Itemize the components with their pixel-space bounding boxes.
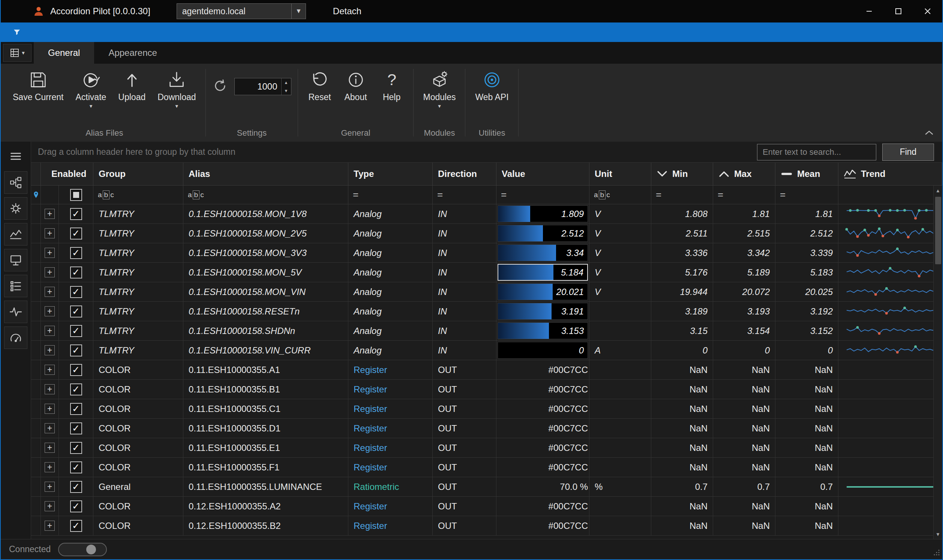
sidebar-item-chart[interactable]	[4, 223, 28, 246]
table-row[interactable]: +✓COLOR0.11.ESH10000355.E1RegisterOUT#00…	[31, 438, 942, 458]
table-row[interactable]: +✓TLMTRY0.1.ESH10000158.MON_2V5AnalogIN2…	[31, 224, 942, 243]
scroll-down-icon[interactable]: ▼	[934, 529, 942, 539]
expand-button[interactable]: +	[45, 501, 55, 511]
column-header-direction[interactable]: Direction	[433, 163, 497, 185]
table-row[interactable]: +✓TLMTRY0.1.ESH10000158.MON_5VAnalogIN5.…	[31, 263, 942, 282]
modules-button[interactable]: Modules ▾	[417, 66, 462, 109]
abc-filter-icon[interactable]: abc	[188, 191, 204, 199]
scroll-up-icon[interactable]: ▲	[934, 186, 942, 195]
expand-button[interactable]: +	[45, 404, 55, 414]
connection-toggle[interactable]	[58, 543, 107, 556]
row-checkbox-checked[interactable]: ✓	[70, 481, 82, 493]
sidebar-item-waveform[interactable]	[4, 301, 28, 323]
table-row[interactable]: +✓COLOR0.12.ESH10000355.A2RegisterOUT#00…	[31, 497, 942, 516]
equals-filter-icon[interactable]: =	[437, 189, 443, 200]
spin-down-icon[interactable]: ▼	[282, 86, 291, 95]
filter-cell-trend[interactable]	[838, 186, 942, 204]
table-row[interactable]: +✓COLOR0.12.ESH10000355.B2RegisterOUT#00…	[31, 516, 942, 535]
reset-button[interactable]: Reset	[302, 66, 338, 102]
upload-button[interactable]: Upload	[112, 66, 151, 102]
column-header-alias[interactable]: Alias	[183, 163, 348, 185]
about-button[interactable]: About	[338, 66, 374, 102]
row-checkbox-checked[interactable]: ✓	[70, 228, 82, 240]
row-checkbox-checked[interactable]: ✓	[70, 364, 82, 376]
save-current-button[interactable]: Save Current	[7, 66, 70, 102]
row-checkbox-checked[interactable]: ✓	[70, 325, 82, 337]
expand-button[interactable]: +	[45, 248, 55, 258]
minimize-button[interactable]	[855, 0, 884, 23]
table-row[interactable]: +✓COLOR0.11.ESH10000355.F1RegisterOUT#00…	[31, 458, 942, 477]
table-row[interactable]: +✓COLOR0.11.ESH10000355.B1RegisterOUT#00…	[31, 380, 942, 399]
filter-cell-alias[interactable]: abc	[183, 186, 348, 204]
row-checkbox-checked[interactable]: ✓	[70, 247, 82, 259]
row-checkbox-checked[interactable]: ✓	[70, 520, 82, 532]
column-header-group[interactable]: Group	[93, 163, 183, 185]
web-api-button[interactable]: Web API	[469, 66, 514, 102]
row-checkbox-checked[interactable]: ✓	[70, 208, 82, 220]
filter-cell-direction[interactable]: =	[433, 186, 497, 204]
row-checkbox-checked[interactable]: ✓	[70, 500, 82, 512]
expand-button[interactable]: +	[45, 267, 55, 277]
column-header-type[interactable]: Type	[348, 163, 433, 185]
tab-general[interactable]: General	[34, 42, 94, 64]
scrollbar-thumb[interactable]	[935, 197, 941, 264]
filter-icon[interactable]	[13, 28, 21, 36]
column-header-min[interactable]: Min	[651, 163, 713, 185]
table-row[interactable]: +✓General0.11.ESH10000355.LUMINANCERatio…	[31, 477, 942, 497]
row-checkbox-checked[interactable]: ✓	[70, 286, 82, 298]
maximize-button[interactable]	[884, 0, 913, 23]
table-row[interactable]: +✓TLMTRY0.1.ESH10000158.VIN_CURRAnalogIN…	[31, 341, 942, 360]
sidebar-item-hierarchy[interactable]	[4, 171, 28, 194]
expand-button[interactable]: +	[45, 345, 55, 355]
table-row[interactable]: +✓TLMTRY0.1.ESH10000158.MON_VINAnalogIN2…	[31, 282, 942, 302]
sidebar-item-menu[interactable]	[4, 147, 28, 166]
close-button[interactable]	[913, 0, 942, 23]
expand-button[interactable]: +	[45, 462, 55, 472]
help-button[interactable]: ? Help	[374, 66, 410, 102]
abc-filter-icon[interactable]: abc	[594, 191, 610, 199]
expand-button[interactable]: +	[45, 306, 55, 316]
collapse-ribbon-button[interactable]	[924, 130, 934, 137]
abc-filter-icon[interactable]: abc	[98, 191, 114, 199]
expand-button[interactable]: +	[45, 482, 55, 492]
column-header-mean[interactable]: Mean	[775, 163, 838, 185]
table-row[interactable]: +✓COLOR0.11.ESH10000355.A1RegisterOUT#00…	[31, 360, 942, 380]
table-row[interactable]: +✓COLOR0.11.ESH10000355.D1RegisterOUT#00…	[31, 419, 942, 438]
spinner-arrows[interactable]: ▲▼	[281, 78, 291, 95]
sidebar-item-list[interactable]	[4, 275, 28, 297]
tab-appearence[interactable]: Appearence	[94, 42, 171, 64]
equals-filter-icon[interactable]: =	[353, 189, 358, 200]
expand-button[interactable]: +	[45, 287, 55, 297]
expand-button[interactable]: +	[45, 423, 55, 433]
group-by-panel[interactable]: Drag a column header here to group by th…	[31, 142, 942, 163]
filter-cell-value[interactable]: =	[497, 186, 589, 204]
table-row[interactable]: +✓COLOR0.11.ESH10000355.C1RegisterOUT#00…	[31, 399, 942, 419]
equals-filter-icon[interactable]: =	[656, 189, 661, 200]
column-header-trend[interactable]: Trend	[838, 163, 942, 185]
column-header-unit[interactable]: Unit	[589, 163, 651, 185]
application-menu-button[interactable]: ▾	[3, 44, 31, 62]
filter-cell-type[interactable]: =	[348, 186, 433, 204]
activate-button[interactable]: Activate ▾	[70, 66, 112, 109]
table-row[interactable]: +✓TLMTRY0.1.ESH10000158.MON_1V8AnalogIN1…	[31, 204, 942, 224]
search-input[interactable]	[757, 144, 876, 160]
expand-button[interactable]: +	[45, 443, 55, 453]
row-checkbox-checked[interactable]: ✓	[70, 403, 82, 415]
row-checkbox-checked[interactable]: ✓	[70, 383, 82, 395]
column-header-value[interactable]: Value	[497, 163, 589, 185]
row-checkbox-checked[interactable]: ✓	[70, 306, 82, 317]
filter-cell-group[interactable]: abc	[93, 186, 183, 204]
equals-filter-icon[interactable]: =	[780, 189, 786, 200]
row-checkbox-checked[interactable]: ✓	[70, 422, 82, 434]
filter-cell-min[interactable]: =	[651, 186, 713, 204]
sidebar-item-gauge[interactable]	[4, 326, 28, 349]
spin-up-icon[interactable]: ▲	[282, 78, 291, 86]
host-selector[interactable]: agentdemo.local ▼	[177, 3, 306, 19]
interval-spinner[interactable]: 1000 ▲▼	[234, 78, 291, 95]
expand-button[interactable]: +	[45, 384, 55, 394]
sidebar-item-display[interactable]	[4, 249, 28, 271]
checkbox-indeterminate[interactable]	[70, 189, 82, 201]
row-checkbox-checked[interactable]: ✓	[70, 266, 82, 278]
expand-button[interactable]: +	[45, 365, 55, 375]
row-checkbox-checked[interactable]: ✓	[70, 462, 82, 474]
